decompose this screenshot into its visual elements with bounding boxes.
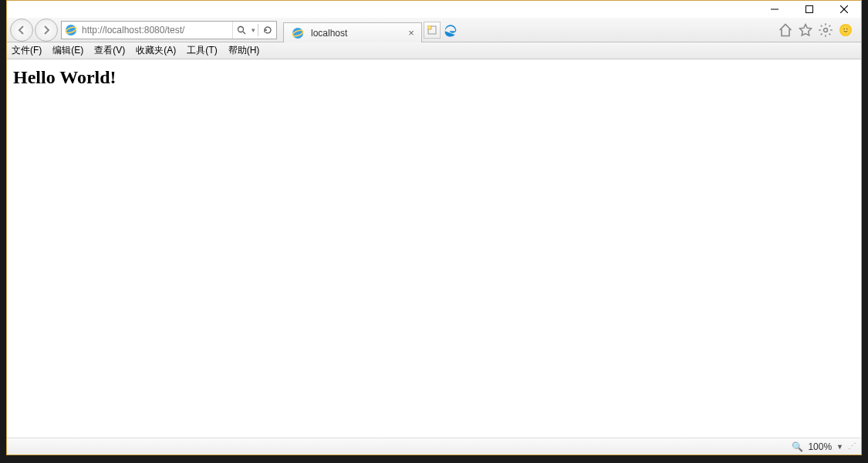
page-heading: Hello World! — [13, 67, 855, 88]
edge-icon[interactable] — [442, 22, 459, 39]
menu-view[interactable]: 查看(V) — [94, 44, 125, 57]
settings-icon[interactable] — [818, 22, 833, 38]
menu-bar: 文件(F) 编辑(E) 查看(V) 收藏夹(A) 工具(T) 帮助(H) — [7, 42, 861, 59]
menu-favorites[interactable]: 收藏夹(A) — [136, 44, 176, 57]
status-bar: 🔍 100% ▼ ⋰ — [7, 438, 861, 455]
home-icon[interactable] — [778, 22, 793, 38]
svg-line-7 — [243, 32, 245, 34]
feedback-icon[interactable] — [838, 22, 853, 38]
svg-rect-11 — [427, 25, 431, 29]
menu-file[interactable]: 文件(F) — [12, 44, 42, 57]
menu-tools[interactable]: 工具(T) — [187, 44, 217, 57]
address-controls: ▾ — [232, 22, 276, 39]
svg-rect-1 — [806, 6, 812, 13]
zoom-icon[interactable]: 🔍 — [792, 441, 803, 452]
ie-icon — [64, 23, 78, 37]
forward-button[interactable] — [35, 19, 58, 42]
search-dropdown-icon[interactable]: ▾ — [250, 26, 257, 34]
minimize-button[interactable] — [757, 1, 792, 18]
zoom-level: 100% — [808, 441, 832, 452]
svg-point-13 — [843, 28, 845, 29]
favorites-icon[interactable] — [798, 22, 813, 38]
tab-strip: localhost × — [283, 18, 459, 42]
toolbar-icons — [778, 22, 858, 38]
tab-close-icon[interactable]: × — [406, 28, 417, 39]
zoom-dropdown-icon[interactable]: ▼ — [836, 443, 843, 451]
svg-point-12 — [824, 28, 828, 32]
address-input[interactable] — [80, 22, 232, 39]
page-content: Hello World! — [7, 59, 861, 438]
address-bar[interactable]: ▾ — [61, 21, 277, 39]
search-icon[interactable] — [233, 22, 250, 39]
new-tab-button[interactable] — [424, 22, 441, 39]
navigation-toolbar: ▾ localhost × — [7, 18, 861, 42]
titlebar — [7, 1, 861, 18]
smiley-icon — [839, 24, 852, 36]
menu-help[interactable]: 帮助(H) — [228, 44, 260, 57]
svg-point-14 — [846, 28, 848, 29]
refresh-icon[interactable] — [259, 22, 276, 39]
svg-point-6 — [238, 26, 244, 32]
ie-icon — [291, 26, 305, 40]
menu-edit[interactable]: 编辑(E) — [52, 44, 83, 57]
close-button[interactable] — [826, 1, 861, 18]
browser-window: ▾ localhost × — [6, 0, 862, 455]
back-button[interactable] — [10, 19, 33, 42]
window-controls — [757, 1, 861, 18]
maximize-button[interactable] — [792, 1, 826, 18]
tab-localhost[interactable]: localhost × — [283, 22, 422, 42]
tab-title: localhost — [311, 28, 402, 39]
resize-grip-icon[interactable]: ⋰ — [848, 441, 855, 451]
